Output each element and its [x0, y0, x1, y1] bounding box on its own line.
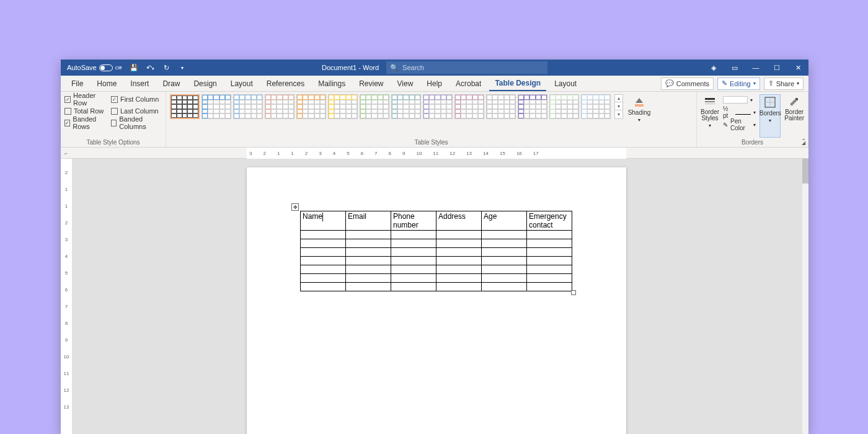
border-weight[interactable]: ½ pt▾ — [723, 107, 756, 118]
table-cell[interactable] — [391, 231, 436, 239]
borders-button[interactable]: Borders ▾ — [760, 94, 781, 138]
document-page[interactable]: ✥ NameEmailPhone numberAddressAgeEmergen… — [247, 167, 626, 434]
table-header-cell[interactable]: Age — [482, 211, 527, 231]
table-cell[interactable] — [346, 239, 391, 248]
table-cell[interactable] — [346, 257, 391, 265]
checkbox-banded-rows[interactable]: Banded Rows — [64, 118, 107, 128]
table-cell[interactable] — [527, 248, 572, 257]
table-cell[interactable] — [301, 283, 346, 291]
table-cell[interactable] — [482, 239, 527, 248]
scrollbar-thumb[interactable] — [802, 159, 808, 184]
table-cell[interactable] — [527, 265, 572, 274]
share-button[interactable]: ⇪Share▾ — [764, 78, 804, 90]
tab-table-design[interactable]: Table Design — [489, 76, 546, 91]
table-row[interactable] — [301, 283, 572, 291]
table-cell[interactable] — [436, 265, 482, 274]
table-cell[interactable] — [482, 283, 527, 291]
table-style-thumb[interactable] — [581, 94, 611, 119]
table-row[interactable] — [301, 248, 572, 257]
table-cell[interactable] — [482, 257, 527, 265]
horizontal-ruler[interactable]: 3211234567891011121314151617 — [247, 148, 626, 159]
table-move-handle[interactable]: ✥ — [291, 203, 299, 211]
tab-table-layout[interactable]: Layout — [549, 76, 582, 91]
search-box[interactable]: 🔍 — [386, 61, 547, 74]
table-style-thumb[interactable] — [518, 94, 547, 119]
border-painter-button[interactable]: Border Painter — [784, 94, 804, 138]
tab-help[interactable]: Help — [421, 76, 448, 91]
tab-file[interactable]: File — [66, 76, 89, 91]
table-row[interactable] — [301, 274, 572, 283]
tab-draw[interactable]: Draw — [157, 76, 185, 91]
table-cell[interactable] — [391, 257, 436, 265]
table-header-cell[interactable]: Email — [346, 211, 391, 231]
table-cell[interactable] — [482, 274, 527, 283]
comments-button[interactable]: 💬Comments — [661, 78, 714, 90]
checkbox-total-row[interactable]: Total Row — [64, 106, 107, 116]
table-header-cell[interactable]: Name — [301, 211, 346, 231]
document-table[interactable]: NameEmailPhone numberAddressAgeEmergency… — [300, 211, 572, 291]
checkbox-last-column[interactable]: Last Column — [111, 106, 162, 116]
table-cell[interactable] — [436, 239, 482, 248]
table-cell[interactable] — [301, 239, 346, 248]
table-style-thumb[interactable] — [486, 94, 516, 119]
table-row[interactable] — [301, 265, 572, 274]
table-row[interactable] — [301, 257, 572, 265]
table-cell[interactable] — [346, 248, 391, 257]
tab-view[interactable]: View — [392, 76, 419, 91]
tab-insert[interactable]: Insert — [125, 76, 154, 91]
table-style-thumb[interactable] — [233, 94, 263, 119]
table-cell[interactable] — [301, 231, 346, 239]
qat-customize-icon[interactable]: ▾ — [176, 65, 188, 71]
table-header-cell[interactable]: Phone number — [391, 211, 436, 231]
table-style-thumb[interactable] — [265, 94, 294, 119]
table-cell[interactable] — [436, 248, 482, 257]
table-header-cell[interactable]: Address — [436, 211, 482, 231]
table-cell[interactable] — [391, 265, 436, 274]
editing-button[interactable]: ✎Editing▾ — [717, 78, 760, 90]
table-style-thumb[interactable] — [423, 94, 453, 119]
scroll-down-icon[interactable]: ▾ — [615, 103, 622, 110]
tab-home[interactable]: Home — [91, 76, 122, 91]
document-area[interactable]: ✥ NameEmailPhone numberAddressAgeEmergen… — [72, 159, 808, 434]
save-icon[interactable]: 💾 — [128, 64, 140, 72]
tab-acrobat[interactable]: Acrobat — [450, 76, 487, 91]
table-row[interactable] — [301, 239, 572, 248]
table-cell[interactable] — [301, 257, 346, 265]
scroll-up-icon[interactable]: ▴ — [615, 95, 622, 102]
ruler-corner-icon[interactable]: ⌐ — [61, 148, 72, 159]
table-cell[interactable] — [436, 283, 482, 291]
table-cell[interactable] — [346, 265, 391, 274]
tab-design[interactable]: Design — [188, 76, 222, 91]
autosave-toggle[interactable] — [99, 64, 113, 71]
ribbon-display-icon[interactable]: ▭ — [724, 60, 745, 76]
table-header-cell[interactable]: Emergency contact — [527, 211, 572, 231]
vertical-ruler[interactable]: 2112345678910111213 — [61, 159, 72, 434]
table-style-thumb[interactable] — [328, 94, 358, 119]
table-style-thumb[interactable] — [549, 94, 579, 119]
tab-review[interactable]: Review — [353, 76, 389, 91]
table-cell[interactable] — [482, 265, 527, 274]
table-cell[interactable] — [391, 274, 436, 283]
table-resize-handle[interactable] — [571, 290, 576, 295]
table-cell[interactable] — [527, 231, 572, 239]
table-cell[interactable] — [527, 257, 572, 265]
pen-color[interactable]: ✎Pen Color▾ — [723, 119, 756, 130]
redo-icon[interactable]: ↻ — [160, 64, 172, 72]
border-styles-button[interactable]: Border Styles ▾ — [701, 94, 719, 138]
table-style-thumb[interactable] — [454, 94, 484, 119]
collapse-ribbon-icon[interactable]: ⌃ — [801, 138, 806, 144]
table-style-thumb[interactable] — [296, 94, 326, 119]
table-cell[interactable] — [301, 248, 346, 257]
autosave-control[interactable]: AutoSave Off — [64, 63, 124, 73]
tab-layout[interactable]: Layout — [225, 76, 259, 91]
table-style-thumb[interactable] — [391, 94, 421, 119]
table-cell[interactable] — [527, 239, 572, 248]
shading-button[interactable]: Shading ▾ — [627, 94, 652, 123]
table-cell[interactable] — [391, 283, 436, 291]
vertical-scrollbar[interactable] — [802, 159, 808, 434]
table-row[interactable] — [301, 231, 572, 239]
table-cell[interactable] — [301, 274, 346, 283]
table-cell[interactable] — [436, 231, 482, 239]
gallery-expand-icon[interactable]: ▾ — [615, 111, 622, 118]
table-cell[interactable] — [346, 231, 391, 239]
